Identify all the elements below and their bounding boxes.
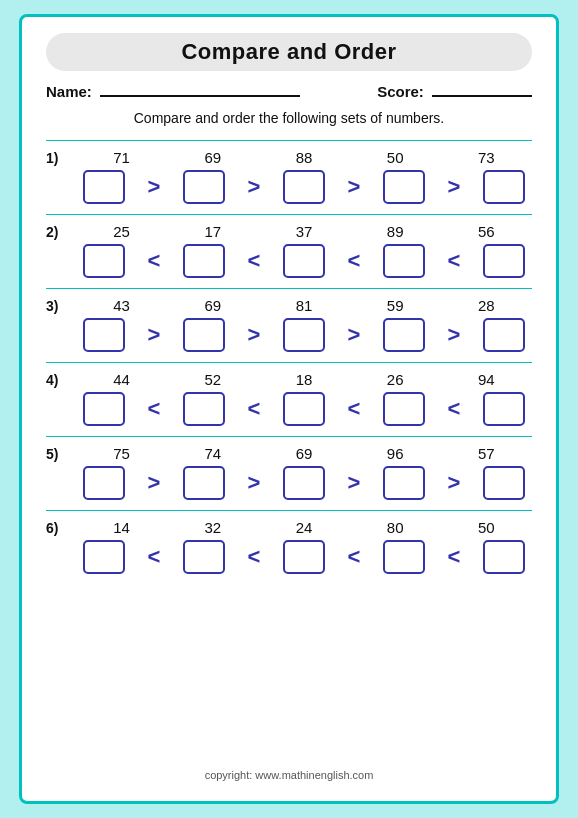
num-group-1: 7169885073 <box>76 149 532 166</box>
problem-4: 4)4452182694<<<< <box>46 362 532 436</box>
answer-box-3-4[interactable] <box>483 318 525 352</box>
box-group-3: >>>> <box>76 318 532 352</box>
answer-box-1-4[interactable] <box>483 170 525 204</box>
operator-4-1: < <box>239 396 269 422</box>
operator-6-3: < <box>439 544 469 570</box>
number-4-1: 52 <box>190 371 236 388</box>
answer-box-6-2[interactable] <box>283 540 325 574</box>
operator-5-3: > <box>439 470 469 496</box>
number-5-0: 75 <box>99 445 145 462</box>
number-4-3: 26 <box>372 371 418 388</box>
number-2-4: 56 <box>463 223 509 240</box>
operator-6-0: < <box>139 544 169 570</box>
number-6-4: 50 <box>463 519 509 536</box>
num-group-2: 2517378956 <box>76 223 532 240</box>
boxes-row-3: >>>> <box>46 318 532 352</box>
problem-3: 3)4369815928>>>> <box>46 288 532 362</box>
number-5-2: 69 <box>281 445 327 462</box>
operator-2-2: < <box>339 248 369 274</box>
score-field: Score: <box>377 83 532 100</box>
number-3-2: 81 <box>281 297 327 314</box>
number-1-4: 73 <box>463 149 509 166</box>
answer-box-2-3[interactable] <box>383 244 425 278</box>
answer-box-6-0[interactable] <box>83 540 125 574</box>
operator-3-0: > <box>139 322 169 348</box>
answer-box-5-0[interactable] <box>83 466 125 500</box>
problems-container: 1)7169885073>>>>2)2517378956<<<<3)436981… <box>46 140 532 584</box>
answer-box-2-1[interactable] <box>183 244 225 278</box>
operator-3-2: > <box>339 322 369 348</box>
operator-4-3: < <box>439 396 469 422</box>
operator-1-2: > <box>339 174 369 200</box>
title-bar: Compare and Order <box>46 33 532 71</box>
answer-box-4-4[interactable] <box>483 392 525 426</box>
number-5-4: 57 <box>463 445 509 462</box>
answer-box-1-3[interactable] <box>383 170 425 204</box>
answer-box-1-0[interactable] <box>83 170 125 204</box>
num-group-5: 7574699657 <box>76 445 532 462</box>
operator-3-3: > <box>439 322 469 348</box>
answer-box-3-2[interactable] <box>283 318 325 352</box>
problem-6: 6)1432248050<<<< <box>46 510 532 584</box>
number-6-3: 80 <box>372 519 418 536</box>
answer-box-6-4[interactable] <box>483 540 525 574</box>
answer-box-4-3[interactable] <box>383 392 425 426</box>
number-1-2: 88 <box>281 149 327 166</box>
name-field: Name: <box>46 83 300 100</box>
answer-box-3-3[interactable] <box>383 318 425 352</box>
problem-number-5: 5) <box>46 446 76 462</box>
answer-box-2-4[interactable] <box>483 244 525 278</box>
operator-5-0: > <box>139 470 169 496</box>
operator-1-1: > <box>239 174 269 200</box>
answer-box-1-1[interactable] <box>183 170 225 204</box>
answer-box-3-0[interactable] <box>83 318 125 352</box>
number-2-0: 25 <box>99 223 145 240</box>
numbers-row-4: 4)4452182694 <box>46 371 532 388</box>
number-2-2: 37 <box>281 223 327 240</box>
operator-6-2: < <box>339 544 369 570</box>
number-3-1: 69 <box>190 297 236 314</box>
number-3-4: 28 <box>463 297 509 314</box>
answer-box-3-1[interactable] <box>183 318 225 352</box>
answer-box-5-1[interactable] <box>183 466 225 500</box>
boxes-row-1: >>>> <box>46 170 532 204</box>
operator-1-3: > <box>439 174 469 200</box>
number-1-0: 71 <box>99 149 145 166</box>
answer-box-6-1[interactable] <box>183 540 225 574</box>
problem-1: 1)7169885073>>>> <box>46 140 532 214</box>
problem-number-4: 4) <box>46 372 76 388</box>
instructions: Compare and order the following sets of … <box>46 110 532 126</box>
answer-box-5-4[interactable] <box>483 466 525 500</box>
box-group-6: <<<< <box>76 540 532 574</box>
operator-2-3: < <box>439 248 469 274</box>
problem-number-6: 6) <box>46 520 76 536</box>
answer-box-5-3[interactable] <box>383 466 425 500</box>
answer-box-6-3[interactable] <box>383 540 425 574</box>
box-group-1: >>>> <box>76 170 532 204</box>
box-group-2: <<<< <box>76 244 532 278</box>
answer-box-2-2[interactable] <box>283 244 325 278</box>
answer-box-4-0[interactable] <box>83 392 125 426</box>
worksheet: Compare and Order Name: Score: Compare a… <box>19 14 559 804</box>
operator-4-0: < <box>139 396 169 422</box>
number-5-3: 96 <box>372 445 418 462</box>
number-6-2: 24 <box>281 519 327 536</box>
number-1-1: 69 <box>190 149 236 166</box>
answer-box-4-2[interactable] <box>283 392 325 426</box>
number-5-1: 74 <box>190 445 236 462</box>
number-3-0: 43 <box>99 297 145 314</box>
problem-number-3: 3) <box>46 298 76 314</box>
operator-1-0: > <box>139 174 169 200</box>
answer-box-2-0[interactable] <box>83 244 125 278</box>
answer-box-1-2[interactable] <box>283 170 325 204</box>
problem-5: 5)7574699657>>>> <box>46 436 532 510</box>
name-line <box>100 95 300 97</box>
box-group-4: <<<< <box>76 392 532 426</box>
boxes-row-5: >>>> <box>46 466 532 500</box>
answer-box-4-1[interactable] <box>183 392 225 426</box>
problem-number-1: 1) <box>46 150 76 166</box>
answer-box-5-2[interactable] <box>283 466 325 500</box>
operator-2-0: < <box>139 248 169 274</box>
number-3-3: 59 <box>372 297 418 314</box>
number-6-0: 14 <box>99 519 145 536</box>
